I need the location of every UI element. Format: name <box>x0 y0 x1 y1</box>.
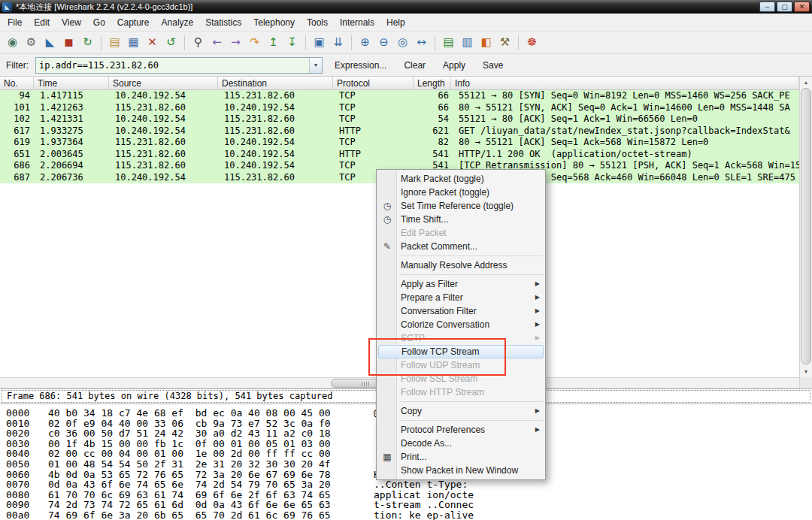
packet-row-101[interactable]: 1011.421263115.231.82.6010.240.192.54TCP… <box>0 102 799 114</box>
menu-item-label: Conversation Filter <box>401 304 545 318</box>
maximize-button[interactable]: ▢ <box>777 2 792 12</box>
scroll-down-arrow-icon[interactable]: ▼ <box>800 366 812 377</box>
close-button[interactable]: ✕ <box>794 2 810 12</box>
column-header-length[interactable]: Length <box>414 77 451 89</box>
filter-dropdown-button[interactable]: ▼ <box>309 58 322 73</box>
context-menu-item-packet-comment[interactable]: ✎Packet Comment... <box>377 240 545 253</box>
stop-capture-button[interactable]: ◼ <box>59 34 78 52</box>
go-to-first-button[interactable]: ↥ <box>264 34 283 52</box>
clear-button[interactable]: Clear <box>398 57 431 74</box>
open-file-button[interactable]: ▤ <box>105 34 124 52</box>
menu-capture[interactable]: Capture <box>111 15 156 30</box>
hex-row-00a0[interactable]: 00a074 69 6f 6e 3a 20 6b 65 65 70 2d 61 … <box>0 510 812 520</box>
context-menu-item-follow-tcp-stream[interactable]: Follow TCP Stream <box>378 345 544 358</box>
context-menu-item-ignore-packet-toggle[interactable]: Ignore Packet (toggle) <box>377 186 545 199</box>
context-menu-item-conversation-filter[interactable]: Conversation Filter▶ <box>377 304 545 318</box>
save-button[interactable]: Save <box>477 57 508 74</box>
context-menu-item-protocol-preferences[interactable]: Protocol Preferences▶ <box>377 423 545 437</box>
menu-telephony[interactable]: Telephony <box>247 15 301 30</box>
zoom-in-icon: ⊕ <box>360 37 370 48</box>
context-menu-item-show-packet-in-new-window[interactable]: Show Packet in New Window <box>377 464 545 477</box>
capture-options-button[interactable]: ⚙ <box>22 34 41 52</box>
coloring-rules-button[interactable]: ◧ <box>477 34 495 52</box>
vertical-scrollbar[interactable]: ▲ ▼ <box>799 77 812 377</box>
resize-columns-button[interactable]: ↔ <box>412 34 431 52</box>
zoom-out-button[interactable]: ⊖ <box>374 34 393 52</box>
find-packet-button[interactable]: ⚲ <box>189 34 208 52</box>
help-button[interactable]: ☸ <box>523 34 541 52</box>
display-filter-icon: ▥ <box>462 37 472 48</box>
go-to-packet-button[interactable]: ↷ <box>245 34 264 52</box>
column-header-source[interactable]: Source <box>109 77 218 89</box>
close-file-button[interactable]: ✕ <box>143 34 162 52</box>
context-menu-item-mark-packet-toggle[interactable]: Mark Packet (toggle) <box>377 172 545 186</box>
hex-bytes: 74 69 6f 6e 3a 20 6b 65 65 70 2d 61 6c 6… <box>48 510 331 520</box>
hex-row-0070[interactable]: 00700d 0a 43 6f 6e 74 65 6e 74 2d 54 79 … <box>0 479 812 490</box>
hex-row-0080[interactable]: 008061 70 70 6c 69 63 61 74 69 6f 6e 2f … <box>0 490 812 500</box>
context-menu-item-decode-as[interactable]: Decode As... <box>377 437 545 450</box>
context-menu-item-prepare-a-filter[interactable]: Prepare a Filter▶ <box>377 291 545 304</box>
hex-ascii: applicat ion/octe <box>374 490 474 500</box>
list-interfaces-button[interactable]: ◉ <box>3 34 22 52</box>
autoscroll-button[interactable]: ⇊ <box>329 34 347 52</box>
menu-item-label: Time Shift... <box>401 213 545 226</box>
vertical-scroll-thumb[interactable] <box>801 88 811 364</box>
save-file-button[interactable]: ▦ <box>124 34 143 52</box>
hex-bytes: 0d 0a 43 6f 6e 74 65 6e 74 2d 54 79 70 6… <box>48 479 331 490</box>
menu-item-label: Edit Packet <box>401 226 545 240</box>
display-filters-button[interactable]: ▥ <box>458 34 477 52</box>
menu-edit[interactable]: Edit <box>28 15 56 30</box>
toolbar: ◉⚙◣◼↻▤▦✕↺⚲←→↷↥↧▣⇊⊕⊖◎↔▤▥◧⚒☸ <box>0 32 812 54</box>
menu-internals[interactable]: Internals <box>334 15 380 30</box>
hex-ascii: tion: ke ep-alive <box>374 510 474 520</box>
menu-statistics[interactable]: Statistics <box>199 15 247 30</box>
go-back-button[interactable]: ← <box>208 34 226 52</box>
title-bar[interactable]: ◣ *本地连接 [Wireshark 2.2.4 (v2.2.4-0-gcc3d… <box>0 0 812 14</box>
zoom-100-button[interactable]: ◎ <box>393 34 412 52</box>
scroll-up-arrow-icon[interactable]: ▲ <box>800 77 812 88</box>
cell-time: 2.003645 <box>34 149 109 161</box>
packet-row-94[interactable]: 941.41711510.240.192.54115.231.82.60TCP6… <box>0 90 799 102</box>
column-header-protocol[interactable]: Protocol <box>333 77 414 89</box>
restart-capture-button[interactable]: ↻ <box>78 34 97 52</box>
zoom-in-button[interactable]: ⊕ <box>356 34 374 52</box>
packet-row-651[interactable]: 6512.003645115.231.82.6010.240.192.54HTT… <box>0 149 799 161</box>
menu-go[interactable]: Go <box>87 15 111 30</box>
colorize-button[interactable]: ▣ <box>310 34 329 52</box>
context-menu-item-set-time-reference-toggle[interactable]: ◷Set Time Reference (toggle) <box>377 199 545 213</box>
filter-input[interactable] <box>36 58 309 73</box>
go-forward-button[interactable]: → <box>226 34 245 52</box>
menu-file[interactable]: File <box>2 15 28 30</box>
menu-analyze[interactable]: Analyze <box>156 15 200 30</box>
column-header-time[interactable]: Time <box>34 77 109 89</box>
context-menu-item-manually-resolve-address[interactable]: Manually Resolve Address <box>377 258 545 272</box>
reload-button[interactable]: ↺ <box>162 34 180 52</box>
menu-help[interactable]: Help <box>380 15 411 30</box>
context-menu-item-print[interactable]: ▦Print... <box>377 450 545 464</box>
cell-protocol: TCP <box>333 113 414 125</box>
submenu-arrow-icon: ▶ <box>535 423 540 437</box>
minimize-button[interactable]: – <box>759 2 775 12</box>
packet-row-102[interactable]: 1021.42133110.240.192.54115.231.82.60TCP… <box>0 113 799 125</box>
preferences-button[interactable]: ⚒ <box>495 34 514 52</box>
expression-button[interactable]: Expression... <box>329 57 392 74</box>
column-header-info[interactable]: Info <box>451 77 799 89</box>
packet-row-619[interactable]: 6191.937364115.231.82.6010.240.192.54TCP… <box>0 137 799 149</box>
cell-info: 55121 → 80 [ACK] Seq=1 Ack=1 Win=66560 L… <box>451 113 799 125</box>
clock-icon: ◷ <box>379 199 395 213</box>
menu-tools[interactable]: Tools <box>301 15 334 30</box>
context-menu-item-apply-as-filter[interactable]: Apply as Filter▶ <box>377 277 545 291</box>
context-menu-item-copy[interactable]: Copy▶ <box>377 404 545 418</box>
menu-view[interactable]: View <box>56 15 87 30</box>
start-capture-button[interactable]: ◣ <box>41 34 59 52</box>
packet-row-617[interactable]: 6171.93327510.240.192.54115.231.82.60HTT… <box>0 125 799 138</box>
context-menu-item-colorize-conversation[interactable]: Colorize Conversation▶ <box>377 318 545 331</box>
apply-button[interactable]: Apply <box>438 57 471 74</box>
context-menu-item-time-shift[interactable]: ◷Time Shift... <box>377 213 545 226</box>
go-to-last-button[interactable]: ↧ <box>283 34 301 52</box>
hex-row-0090[interactable]: 009074 2d 73 74 72 65 61 6d 0d 0a 43 6f … <box>0 500 812 510</box>
column-header-no[interactable]: No. <box>0 77 34 89</box>
capture-filters-button[interactable]: ▤ <box>439 34 458 52</box>
arrow-to-bottom-icon: ↧ <box>287 37 297 48</box>
column-header-destination[interactable]: Destination <box>218 77 333 89</box>
